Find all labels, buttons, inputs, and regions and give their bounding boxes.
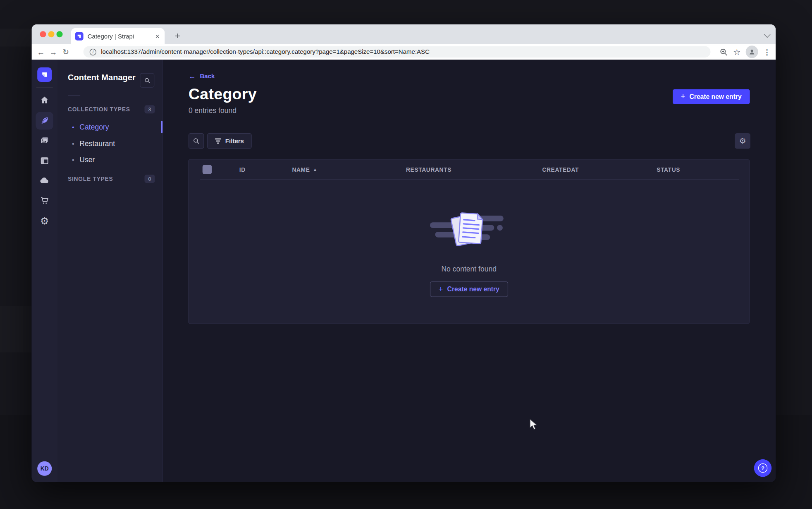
browser-tabstrip: Category | Strapi × + — [31, 24, 776, 44]
section-collection-types: COLLECTION TYPES — [68, 106, 130, 113]
gear-icon: ⚙ — [739, 136, 746, 146]
reload-icon[interactable]: ↻ — [60, 47, 72, 57]
filter-icon — [215, 139, 221, 144]
sidebar-item-content-type-builder[interactable] — [40, 156, 49, 166]
browser-profile-icon[interactable] — [746, 46, 758, 58]
plus-icon: + — [681, 92, 685, 100]
strapi-logo-icon[interactable] — [37, 67, 52, 82]
empty-state: No content found + Create new entry — [430, 209, 508, 297]
sort-asc-icon: ▲ — [313, 168, 318, 172]
content-manager-panel: Content Manager COLLECTION TYPES 3 • Cat… — [57, 60, 162, 482]
filters-button[interactable]: Filters — [207, 133, 252, 149]
header-divider — [200, 179, 739, 180]
wallpaper-block — [0, 306, 31, 353]
panel-title: Content Manager — [68, 73, 136, 83]
bullet-icon: • — [72, 140, 74, 148]
sidebar-item-marketplace[interactable] — [40, 196, 49, 205]
tab-search-chevron-icon[interactable] — [764, 31, 771, 38]
sidebar-item-cloud[interactable] — [40, 175, 50, 185]
question-mark-icon: ? — [758, 463, 768, 473]
browser-window: Category | Strapi × + ← → ↻ i localhost:… — [31, 24, 776, 482]
back-link[interactable]: ← Back — [189, 72, 215, 80]
panel-divider — [68, 95, 80, 95]
user-avatar[interactable]: KD — [37, 461, 52, 476]
table-search-button[interactable] — [189, 133, 204, 149]
back-nav-icon[interactable]: ← — [35, 48, 47, 56]
desktop: Category | Strapi × + ← → ↻ i localhost:… — [0, 0, 812, 509]
sidebar-item-user[interactable]: • User — [57, 152, 162, 168]
column-id[interactable]: ID — [239, 166, 246, 173]
main-content: ← Back Category 0 entries found + Create… — [162, 60, 776, 482]
sidebar-item-media-library[interactable] — [40, 136, 49, 145]
select-all-checkbox[interactable] — [203, 165, 212, 174]
zoom-icon[interactable] — [719, 48, 728, 56]
mouse-cursor — [529, 418, 541, 431]
help-button[interactable]: ? — [754, 459, 772, 477]
table-settings-button[interactable]: ⚙ — [735, 133, 750, 149]
column-status[interactable]: STATUS — [657, 166, 680, 173]
bookmark-star-icon[interactable]: ☆ — [733, 47, 740, 57]
site-info-icon[interactable]: i — [90, 48, 96, 55]
entries-count: 0 entries found — [189, 106, 236, 115]
sidebar-item-restaurant[interactable]: • Restaurant — [57, 136, 162, 151]
no-content-illustration-icon — [430, 209, 508, 254]
collection-types-badge: 3 — [144, 105, 155, 113]
sidebar-item-content-manager[interactable] — [36, 112, 53, 130]
column-restaurants[interactable]: RESTAURANTS — [406, 166, 451, 173]
plus-icon: + — [439, 285, 443, 293]
page-title: Category — [189, 86, 257, 103]
feather-icon — [40, 116, 49, 126]
traffic-zoom-button[interactable] — [57, 31, 63, 37]
create-entry-button[interactable]: + Create new entry — [672, 89, 750, 104]
wallpaper-block — [0, 29, 31, 47]
tab-close-icon[interactable]: × — [154, 32, 160, 40]
empty-message: No content found — [441, 265, 497, 273]
sidebar-item-category[interactable]: • Category — [57, 119, 162, 135]
main-nav-rail: ⚙ KD — [31, 60, 58, 482]
empty-create-entry-button[interactable]: + Create new entry — [430, 281, 508, 297]
traffic-close-button[interactable] — [40, 31, 46, 37]
search-icon — [144, 77, 150, 84]
single-types-badge: 0 — [144, 175, 155, 183]
sidebar-item-settings[interactable]: ⚙ — [40, 216, 49, 226]
browser-tab[interactable]: Category | Strapi × — [71, 28, 165, 44]
arrow-left-icon: ← — [189, 72, 196, 80]
browser-menu-icon[interactable]: ⋮ — [763, 48, 771, 56]
strapi-app: ⚙ KD Content Manager COLLECTION TYPES 3 — [31, 60, 776, 482]
rail-divider — [36, 87, 53, 87]
sidebar-item-home[interactable] — [40, 95, 49, 105]
strapi-favicon-icon — [75, 32, 84, 40]
column-createdat[interactable]: CREATEDAT — [542, 166, 579, 173]
panel-search-button[interactable] — [140, 73, 154, 88]
url-text: localhost:1337/admin/content-manager/col… — [101, 48, 430, 55]
table-header: ID NAME▲ RESTAURANTS CREATEDAT STATUS — [189, 160, 750, 180]
entries-table: ID NAME▲ RESTAURANTS CREATEDAT STATUS — [188, 159, 750, 324]
bullet-icon: • — [72, 156, 74, 163]
toolbar-right-icons: ☆ ⋮ — [719, 44, 770, 60]
search-icon — [193, 137, 200, 145]
gear-icon: ⚙ — [40, 216, 49, 226]
traffic-minimize-button[interactable] — [48, 31, 54, 37]
section-single-types: SINGLE TYPES — [68, 176, 113, 182]
new-tab-button[interactable]: + — [170, 29, 185, 43]
forward-nav-icon[interactable]: → — [47, 48, 60, 56]
column-name[interactable]: NAME▲ — [292, 166, 317, 173]
tab-title: Category | Strapi — [88, 32, 154, 40]
bullet-icon: • — [72, 123, 74, 131]
address-bar[interactable]: i localhost:1337/admin/content-manager/c… — [84, 46, 711, 58]
